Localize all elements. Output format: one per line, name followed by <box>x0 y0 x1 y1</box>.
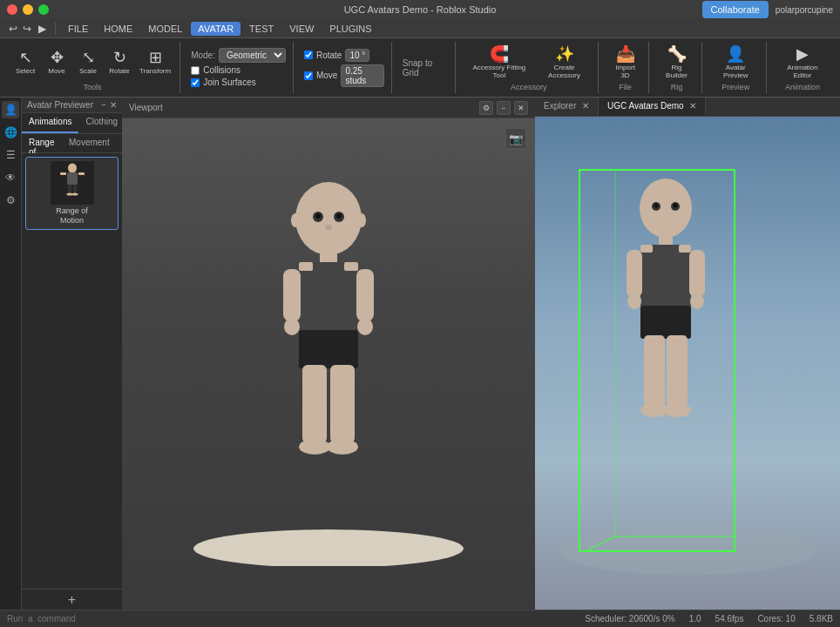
file-section: 📥 Import 3D File <box>602 42 648 93</box>
menu-avatar[interactable]: AVATAR <box>191 22 240 36</box>
maximize-button[interactable] <box>38 4 49 15</box>
scale-tool[interactable]: ⤡ Scale <box>73 48 103 77</box>
sidebar-eye-icon[interactable]: 👁 <box>2 169 19 186</box>
menu-view[interactable]: VIEW <box>282 22 321 36</box>
viewport-close-btn[interactable]: ✕ <box>514 101 528 115</box>
left-panel: Avatar Previewer − ✕ Animations Clothing… <box>22 98 122 610</box>
svg-rect-5 <box>73 185 77 193</box>
right-panel: Explorer ✕ UGC Avatars Demo ✕ StylizedHu… <box>535 98 840 610</box>
right-panel-tabs: Explorer ✕ UGC Avatars Demo ✕ <box>535 98 840 117</box>
svg-rect-50 <box>679 245 691 253</box>
tab-clothing[interactable]: Clothing <box>78 113 125 133</box>
subtab-movement[interactable]: Movement <box>62 134 117 152</box>
select-tool[interactable]: ↖ Select <box>10 48 40 77</box>
rig-builder-label: Rig Builder <box>661 64 693 79</box>
select-label: Select <box>16 67 35 75</box>
menu-file[interactable]: FILE <box>61 22 95 36</box>
add-icon: + <box>68 592 76 608</box>
icon-sidebar: 👤 🌐 ☰ 👁 ⚙ <box>0 98 22 610</box>
rp-tab-ugc[interactable]: UGC Avatars Demo ✕ <box>599 98 706 116</box>
import-3d-tool[interactable]: 📥 Import 3D <box>607 44 642 81</box>
panel-minimize-icon[interactable]: − <box>101 100 106 110</box>
undo-icon[interactable]: ↩ <box>7 23 19 35</box>
svg-rect-26 <box>299 330 358 368</box>
create-accessory-label: Create Accessory <box>539 64 590 79</box>
move-checkbox[interactable] <box>304 71 313 80</box>
rig-builder-tool[interactable]: 🦴 Rig Builder <box>658 44 696 81</box>
close-button[interactable] <box>7 4 17 15</box>
sub-tabs: Range of Motion Movement Emotes <box>22 134 122 153</box>
svg-rect-20 <box>299 262 313 271</box>
move-tool[interactable]: ✥ Move <box>42 48 71 77</box>
panel-close-icon[interactable]: ✕ <box>110 100 117 110</box>
right-viewport[interactable]: StylizedHuman_Merged Front <box>535 117 840 610</box>
collaborate-button[interactable]: Collaborate <box>702 1 769 18</box>
svg-rect-48 <box>640 245 691 307</box>
rp-tab-explorer-close[interactable]: ✕ <box>582 101 589 111</box>
rotate-tool[interactable]: ↻ Rotate <box>105 48 134 77</box>
right-viewport-character <box>600 165 731 556</box>
avatar-tabs: Animations Clothing Accessories Body <box>22 113 122 134</box>
minimize-button[interactable] <box>23 4 33 15</box>
tools-section-label: Tools <box>10 83 174 91</box>
move-label: Move <box>48 67 65 75</box>
rp-tab-explorer[interactable]: Explorer ✕ <box>535 98 599 116</box>
svg-rect-49 <box>640 245 653 253</box>
viewport[interactable]: Viewport ⚙ − ✕ 📷 <box>122 98 535 610</box>
window-controls[interactable] <box>7 4 49 15</box>
mode-select[interactable]: Geometric <box>219 48 286 63</box>
svg-point-6 <box>66 193 72 196</box>
anim-item-range-of-motion[interactable]: Range ofMotion <box>25 157 119 230</box>
join-surfaces-checkbox[interactable] <box>191 78 200 87</box>
svg-rect-4 <box>68 185 71 193</box>
transform-tool[interactable]: ⊞ Transform <box>136 48 174 77</box>
viewport-minimize-btn[interactable]: − <box>497 101 511 115</box>
sidebar-globe-icon[interactable]: 🌐 <box>2 124 19 141</box>
tab-animations[interactable]: Animations <box>22 113 78 133</box>
play-icon[interactable]: ▶ <box>35 23 50 35</box>
ribbon-toolbar: ↖ Select ✥ Move ⤡ Scale ↻ Rotate ⊞ Trans… <box>0 38 840 98</box>
sidebar-settings-icon[interactable]: ⚙ <box>2 192 19 209</box>
svg-rect-2 <box>60 172 66 175</box>
svg-point-54 <box>690 293 704 309</box>
svg-point-9 <box>295 182 362 255</box>
sidebar-layers-icon[interactable]: ☰ <box>2 146 19 164</box>
anim-character-svg <box>55 163 90 203</box>
rig-builder-icon: 🦴 <box>667 46 687 62</box>
accessory-fitting-tool[interactable]: 🧲 Accessory Fitting Tool <box>464 44 534 81</box>
svg-rect-1 <box>67 172 78 185</box>
anim-preview-thumbnail <box>51 161 94 205</box>
mode-label: Mode: <box>191 51 215 60</box>
fps-status: 1.0 <box>689 614 701 624</box>
accessory-section: 🧲 Accessory Fitting Tool ✨ Create Access… <box>459 42 599 93</box>
accessory-section-label: Accessory <box>464 83 593 91</box>
command-input[interactable] <box>7 614 571 624</box>
sidebar-avatar-icon[interactable]: 👤 <box>2 101 19 118</box>
main-area: 👤 🌐 ☰ 👁 ⚙ Avatar Previewer − ✕ Animation… <box>0 98 840 610</box>
snap-label: Snap to Grid <box>403 58 448 78</box>
create-accessory-tool[interactable]: ✨ Create Accessory <box>536 44 593 81</box>
separator <box>55 23 56 35</box>
scale-label: Scale <box>79 67 97 75</box>
rotate-label: Rotate <box>109 67 130 75</box>
rp-tab-ugc-close[interactable]: ✕ <box>689 101 696 111</box>
avatar-preview-tool[interactable]: 👤 Avatar Preview <box>711 44 761 81</box>
viewport-settings-btn[interactable]: ⚙ <box>479 101 493 115</box>
subtab-range-of-motion[interactable]: Range of Motion <box>22 134 62 152</box>
menu-home[interactable]: HOME <box>97 22 139 36</box>
panel-header: Avatar Previewer − ✕ <box>22 98 122 113</box>
transform-icon: ⊞ <box>149 50 162 65</box>
viewport-controls: ⚙ − ✕ <box>479 101 528 115</box>
redo-icon[interactable]: ↪ <box>21 23 33 35</box>
menu-model[interactable]: MODEL <box>141 22 189 36</box>
menu-test[interactable]: TEST <box>242 22 281 36</box>
avatar-preview-icon: 👤 <box>726 46 745 62</box>
animation-editor-tool[interactable]: ▶ Animation Editor <box>776 44 830 81</box>
svg-point-30 <box>327 439 358 455</box>
svg-rect-23 <box>356 269 374 321</box>
collisions-checkbox[interactable] <box>191 66 200 75</box>
rotate-checkbox[interactable] <box>304 51 313 59</box>
status-bar: Scheduler: 20600/s 0% 1.0 54.6fps Cores:… <box>0 610 840 627</box>
add-animation-button[interactable]: + <box>22 589 122 610</box>
menu-plugins[interactable]: PLUGINS <box>322 22 378 36</box>
